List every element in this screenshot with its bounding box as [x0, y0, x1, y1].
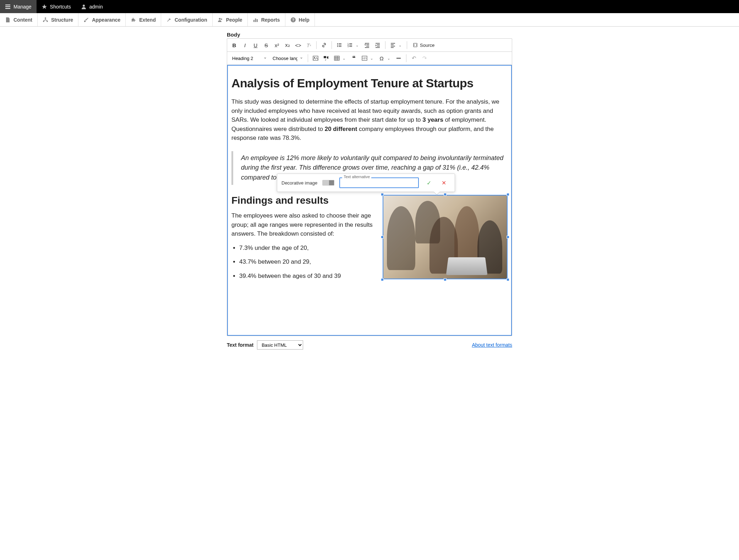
separator	[385, 41, 385, 49]
selected-image-wrapper[interactable]: Decorative image Text alternative ✓ ✕	[383, 195, 508, 279]
svg-point-0	[83, 5, 85, 7]
table-button[interactable]	[332, 53, 342, 63]
outdent-button[interactable]	[362, 40, 372, 50]
help-icon: ?	[290, 17, 296, 23]
cancel-button[interactable]: ✕	[439, 178, 449, 188]
article-paragraph-1[interactable]: This study was designed to determine the…	[231, 97, 508, 143]
toolbar-row-1: B I U S x² x₂ <> Tx 123 ⌄ ⌄ Source	[227, 39, 512, 52]
special-character-button[interactable]: Ω	[377, 53, 387, 63]
tab-appearance[interactable]: Appearance	[78, 13, 126, 26]
svg-text:3: 3	[347, 45, 349, 48]
file-icon	[5, 17, 11, 23]
text-format-row: Text format Basic HTML About text format…	[227, 340, 512, 350]
svg-point-12	[337, 45, 338, 45]
media-button[interactable]: ♪	[321, 53, 331, 63]
manage-menu[interactable]: Manage	[0, 0, 37, 13]
decorative-image-toggle[interactable]	[322, 180, 334, 186]
selected-image[interactable]	[383, 195, 508, 279]
resize-handle[interactable]	[507, 193, 509, 196]
link-button[interactable]	[319, 40, 329, 50]
tab-extend[interactable]: Extend	[126, 13, 161, 26]
strikethrough-button[interactable]: S	[261, 40, 271, 50]
subscript-button[interactable]: x₂	[283, 40, 292, 50]
admin-user-menu[interactable]: admin	[76, 0, 108, 13]
undo-button[interactable]: ↶	[409, 53, 419, 63]
svg-rect-6	[253, 20, 254, 22]
svg-point-13	[337, 46, 338, 47]
tab-content[interactable]: Content	[0, 13, 38, 26]
editor-content[interactable]: Analysis of Employment Tenure at Startup…	[227, 65, 512, 336]
hierarchy-icon	[43, 17, 48, 23]
code-block-button[interactable]	[360, 53, 370, 63]
paintbrush-icon	[83, 17, 89, 23]
numbered-list-button[interactable]: 123	[345, 40, 355, 50]
source-button[interactable]: Source	[410, 40, 437, 50]
redo-button[interactable]: ↷	[420, 53, 429, 63]
text-alternative-label: Text alternative	[342, 175, 371, 179]
tab-reports[interactable]: Reports	[248, 13, 285, 26]
svg-rect-21	[334, 56, 339, 60]
code-block-dropdown[interactable]: ⌄	[369, 55, 374, 62]
image-button[interactable]	[311, 53, 321, 63]
bar-chart-icon	[253, 17, 258, 23]
text-format-label: Text format	[227, 342, 253, 348]
separator	[407, 41, 407, 49]
remove-format-button[interactable]: Tx	[304, 40, 314, 50]
heading-select[interactable]: Heading 2	[229, 53, 269, 63]
svg-point-5	[221, 18, 222, 20]
resize-handle[interactable]	[381, 236, 384, 238]
language-select[interactable]: Choose lang…	[270, 53, 305, 63]
separator	[316, 41, 317, 49]
alignment-button[interactable]	[388, 40, 398, 50]
svg-text:♪: ♪	[325, 58, 327, 61]
svg-point-4	[219, 18, 220, 20]
resize-handle[interactable]	[444, 193, 447, 196]
tab-configuration[interactable]: Configuration	[161, 13, 213, 26]
italic-button[interactable]: I	[240, 40, 250, 50]
svg-text:?: ?	[292, 18, 294, 22]
blockquote-button[interactable]: ❝	[349, 53, 359, 63]
bulleted-list-button[interactable]	[334, 40, 344, 50]
svg-rect-7	[255, 18, 256, 22]
resize-handle[interactable]	[507, 236, 509, 238]
confirm-button[interactable]: ✓	[424, 178, 434, 188]
horizontal-line-button[interactable]	[394, 53, 404, 63]
table-dropdown[interactable]: ⌄	[341, 55, 347, 62]
numbered-list-dropdown[interactable]: ⌄	[354, 42, 360, 49]
svg-point-18	[314, 57, 315, 58]
body-field-label: Body	[227, 32, 512, 38]
alignment-dropdown[interactable]: ⌄	[397, 42, 403, 49]
rich-text-editor: B I U S x² x₂ <> Tx 123 ⌄ ⌄ Source	[227, 38, 512, 336]
admin-topbar: Manage Shortcuts admin	[0, 0, 739, 13]
wrench-icon	[166, 17, 172, 23]
resize-handle[interactable]	[444, 278, 447, 281]
svg-rect-8	[257, 19, 258, 22]
tab-help[interactable]: ? Help	[285, 13, 315, 26]
hamburger-icon	[5, 4, 11, 10]
article-title[interactable]: Analysis of Employment Tenure at Startup…	[231, 76, 508, 90]
svg-point-2	[43, 21, 44, 22]
shortcuts-label: Shortcuts	[50, 4, 71, 10]
indent-button[interactable]	[373, 40, 383, 50]
resize-handle[interactable]	[381, 278, 384, 281]
text-format-select[interactable]: Basic HTML	[257, 340, 303, 350]
superscript-button[interactable]: x²	[272, 40, 282, 50]
shortcuts-menu[interactable]: Shortcuts	[37, 0, 76, 13]
tab-structure[interactable]: Structure	[38, 13, 78, 26]
tab-people[interactable]: People	[213, 13, 248, 26]
special-character-dropdown[interactable]: ⌄	[386, 55, 392, 62]
manage-label: Manage	[13, 4, 32, 10]
puzzle-icon	[131, 17, 136, 23]
code-button[interactable]: <>	[293, 40, 303, 50]
resize-handle[interactable]	[381, 193, 384, 196]
star-icon	[42, 4, 47, 10]
bold-button[interactable]: B	[229, 40, 239, 50]
text-alternative-input[interactable]	[339, 177, 419, 188]
underline-button[interactable]: U	[251, 40, 261, 50]
svg-point-3	[46, 21, 48, 22]
resize-handle[interactable]	[507, 278, 509, 281]
about-text-formats-link[interactable]: About text formats	[472, 342, 512, 348]
separator	[308, 54, 308, 62]
svg-point-1	[45, 17, 46, 19]
admin-tabs: Content Structure Appearance Extend Conf…	[0, 13, 739, 27]
